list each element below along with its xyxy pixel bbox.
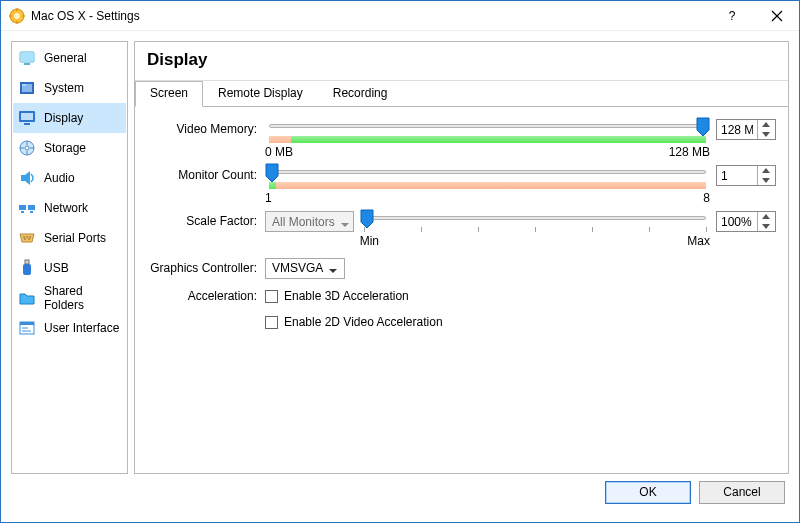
monitor-count-label: Monitor Count: xyxy=(135,165,265,182)
checkbox-icon xyxy=(265,290,278,303)
svg-rect-31 xyxy=(23,264,31,275)
scale-factor-max: Max xyxy=(687,234,710,248)
serial-ports-icon xyxy=(18,229,36,247)
storage-icon xyxy=(18,139,36,157)
svg-point-28 xyxy=(24,238,26,240)
svg-rect-30 xyxy=(25,260,29,264)
spin-up-icon[interactable] xyxy=(758,120,773,130)
scale-factor-label: Scale Factor: xyxy=(135,211,265,228)
video-memory-max: 128 MB xyxy=(669,145,710,159)
sidebar-item-serial-ports[interactable]: Serial Ports xyxy=(13,223,126,253)
ok-button[interactable]: OK xyxy=(605,481,691,504)
settings-window: Mac OS X - Settings ? General System xyxy=(0,0,800,523)
svg-rect-18 xyxy=(24,123,30,125)
svg-point-27 xyxy=(29,236,31,238)
titlebar: Mac OS X - Settings ? xyxy=(1,1,799,31)
help-button[interactable]: ? xyxy=(709,1,754,31)
sidebar-item-label: User Interface xyxy=(44,321,119,335)
checkbox-icon xyxy=(265,316,278,329)
video-memory-value[interactable] xyxy=(717,120,757,139)
dialog-footer: OK Cancel xyxy=(11,474,789,512)
close-button[interactable] xyxy=(754,1,799,31)
monitor-count-min: 1 xyxy=(265,191,272,205)
enable-2d-checkbox[interactable]: Enable 2D Video Acceleration xyxy=(265,315,443,329)
network-icon xyxy=(18,199,36,217)
audio-icon xyxy=(18,169,36,187)
user-interface-icon xyxy=(18,319,36,337)
svg-point-25 xyxy=(23,236,25,238)
monitor-count-slider[interactable] xyxy=(265,165,710,181)
sidebar-item-system[interactable]: System xyxy=(13,73,126,103)
cancel-button[interactable]: Cancel xyxy=(699,481,785,504)
scale-factor-min: Min xyxy=(360,234,379,248)
content-pane: Display Screen Remote Display Recording … xyxy=(134,41,789,474)
scale-factor-spinbox[interactable] xyxy=(716,211,776,232)
display-tabs: Screen Remote Display Recording xyxy=(135,81,788,107)
acceleration-label: Acceleration: xyxy=(135,289,265,303)
tab-remote-display[interactable]: Remote Display xyxy=(203,81,318,107)
video-memory-slider[interactable] xyxy=(265,119,710,135)
slider-thumb-icon xyxy=(360,209,374,229)
svg-point-20 xyxy=(25,146,29,150)
chevron-down-icon xyxy=(329,264,337,272)
sidebar-item-label: Audio xyxy=(44,171,75,185)
scale-scope-combo: All Monitors xyxy=(265,211,354,232)
svg-point-1 xyxy=(14,13,20,19)
shared-folders-icon xyxy=(18,289,36,307)
app-icon xyxy=(9,8,25,24)
spin-up-icon[interactable] xyxy=(758,166,773,176)
svg-point-29 xyxy=(28,238,30,240)
scale-factor-slider[interactable] xyxy=(360,211,710,227)
monitor-count-value[interactable] xyxy=(717,166,757,185)
display-icon xyxy=(18,109,36,127)
chevron-down-icon xyxy=(341,218,349,226)
svg-rect-24 xyxy=(30,211,33,213)
sidebar-item-network[interactable]: Network xyxy=(13,193,126,223)
page-heading: Display xyxy=(135,42,788,81)
sidebar-item-label: System xyxy=(44,81,84,95)
spin-down-icon[interactable] xyxy=(758,130,773,140)
sidebar-item-label: Serial Ports xyxy=(44,231,106,245)
usb-icon xyxy=(18,259,36,277)
slider-thumb-icon xyxy=(696,117,710,137)
svg-rect-33 xyxy=(20,322,34,325)
svg-rect-10 xyxy=(21,53,33,61)
general-icon xyxy=(18,49,36,67)
tab-recording[interactable]: Recording xyxy=(318,81,403,107)
spin-down-icon[interactable] xyxy=(758,176,773,186)
monitor-count-max: 8 xyxy=(703,191,710,205)
system-icon xyxy=(18,79,36,97)
sidebar-item-general[interactable]: General xyxy=(13,43,126,73)
graphics-controller-combo[interactable]: VMSVGA xyxy=(265,258,345,279)
svg-rect-17 xyxy=(21,113,33,120)
spin-down-icon[interactable] xyxy=(758,222,773,232)
video-memory-spinbox[interactable] xyxy=(716,119,776,140)
monitor-count-spinbox[interactable] xyxy=(716,165,776,186)
svg-text:?: ? xyxy=(728,10,735,22)
tab-screen[interactable]: Screen xyxy=(135,81,203,107)
screen-pane: Video Memory: xyxy=(135,107,788,348)
video-memory-label: Video Memory: xyxy=(135,119,265,136)
enable-3d-checkbox[interactable]: Enable 3D Acceleration xyxy=(265,289,409,303)
svg-rect-35 xyxy=(22,330,31,332)
sidebar-item-label: Shared Folders xyxy=(44,284,121,312)
sidebar-item-usb[interactable]: USB xyxy=(13,253,126,283)
sidebar-item-label: Display xyxy=(44,111,83,125)
scale-factor-value[interactable] xyxy=(717,212,757,231)
category-sidebar: General System Display Storage Audio xyxy=(11,41,128,474)
graphics-controller-label: Graphics Controller: xyxy=(135,261,265,275)
sidebar-item-storage[interactable]: Storage xyxy=(13,133,126,163)
sidebar-item-label: Network xyxy=(44,201,88,215)
svg-point-15 xyxy=(24,84,25,85)
sidebar-item-display[interactable]: Display xyxy=(13,103,126,133)
sidebar-item-shared-folders[interactable]: Shared Folders xyxy=(13,283,126,313)
sidebar-item-label: Storage xyxy=(44,141,86,155)
spin-up-icon[interactable] xyxy=(758,212,773,222)
sidebar-item-audio[interactable]: Audio xyxy=(13,163,126,193)
sidebar-item-user-interface[interactable]: User Interface xyxy=(13,313,126,343)
svg-rect-21 xyxy=(19,205,26,210)
svg-rect-22 xyxy=(28,205,35,210)
slider-thumb-icon xyxy=(265,163,279,183)
video-memory-min: 0 MB xyxy=(265,145,293,159)
svg-rect-34 xyxy=(22,327,28,329)
